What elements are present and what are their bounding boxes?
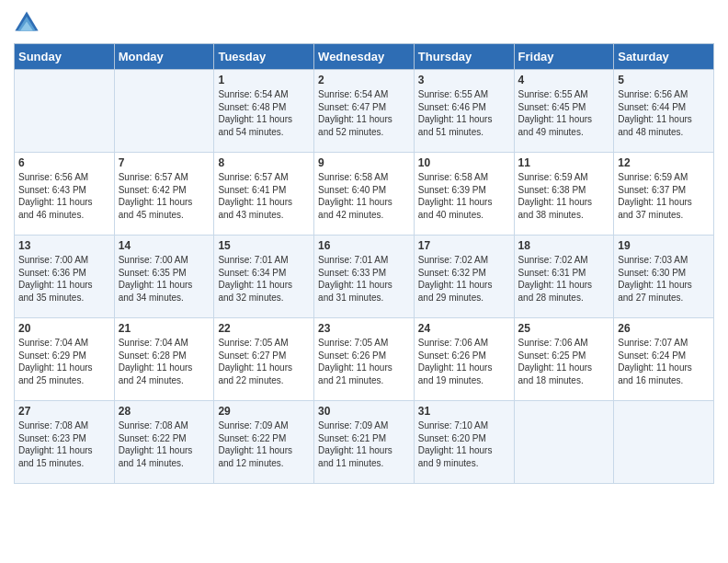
calendar-cell: 19Sunrise: 7:03 AMSunset: 6:30 PMDayligh…	[614, 236, 714, 318]
calendar-cell: 1Sunrise: 6:54 AMSunset: 6:48 PMDaylight…	[214, 70, 314, 153]
calendar-week-4: 20Sunrise: 7:04 AMSunset: 6:29 PMDayligh…	[15, 318, 714, 401]
calendar-cell: 17Sunrise: 7:02 AMSunset: 6:32 PMDayligh…	[414, 236, 514, 318]
cell-content: Sunrise: 7:05 AMSunset: 6:27 PMDaylight:…	[218, 337, 310, 386]
cell-content: Sunrise: 6:54 AMSunset: 6:48 PMDaylight:…	[218, 88, 310, 138]
cell-content: Sunrise: 6:58 AMSunset: 6:39 PMDaylight:…	[418, 171, 510, 221]
day-number: 3	[418, 74, 510, 86]
day-number: 2	[318, 74, 410, 86]
cell-content: Sunrise: 7:01 AMSunset: 6:34 PMDaylight:…	[218, 254, 310, 304]
cell-content: Sunrise: 7:00 AMSunset: 6:35 PMDaylight:…	[119, 254, 210, 304]
cell-content: Sunrise: 7:09 AMSunset: 6:22 PMDaylight:…	[218, 419, 310, 469]
cell-content: Sunrise: 7:10 AMSunset: 6:20 PMDaylight:…	[418, 419, 510, 469]
calendar-cell: 11Sunrise: 6:59 AMSunset: 6:38 PMDayligh…	[514, 153, 614, 236]
logo-icon	[14, 10, 40, 36]
day-number: 24	[418, 322, 510, 335]
cell-content: Sunrise: 6:59 AMSunset: 6:38 PMDaylight:…	[518, 171, 610, 221]
calendar-cell: 3Sunrise: 6:55 AMSunset: 6:46 PMDaylight…	[414, 70, 514, 153]
day-number: 29	[218, 405, 310, 418]
calendar-week-3: 13Sunrise: 7:00 AMSunset: 6:36 PMDayligh…	[15, 236, 714, 318]
cell-content: Sunrise: 6:55 AMSunset: 6:46 PMDaylight:…	[418, 88, 510, 138]
calendar-cell: 10Sunrise: 6:58 AMSunset: 6:39 PMDayligh…	[414, 153, 514, 236]
calendar-cell: 27Sunrise: 7:08 AMSunset: 6:23 PMDayligh…	[15, 401, 115, 484]
calendar-header: SundayMondayTuesdayWednesdayThursdayFrid…	[15, 44, 714, 70]
calendar-cell: 28Sunrise: 7:08 AMSunset: 6:22 PMDayligh…	[114, 401, 214, 484]
cell-content: Sunrise: 6:55 AMSunset: 6:45 PMDaylight:…	[518, 88, 610, 138]
day-number: 28	[119, 405, 210, 418]
calendar-cell: 16Sunrise: 7:01 AMSunset: 6:33 PMDayligh…	[314, 236, 415, 318]
cell-content: Sunrise: 7:02 AMSunset: 6:31 PMDaylight:…	[518, 254, 610, 304]
day-number: 21	[119, 322, 210, 335]
header-cell-sunday: Sunday	[15, 44, 115, 70]
calendar-cell: 2Sunrise: 6:54 AMSunset: 6:47 PMDaylight…	[314, 70, 415, 153]
calendar-cell: 9Sunrise: 6:58 AMSunset: 6:40 PMDaylight…	[314, 153, 415, 236]
cell-content: Sunrise: 6:57 AMSunset: 6:41 PMDaylight:…	[218, 171, 310, 221]
calendar-cell: 6Sunrise: 6:56 AMSunset: 6:43 PMDaylight…	[15, 153, 115, 236]
header-cell-tuesday: Tuesday	[214, 44, 314, 70]
header	[14, 9, 714, 36]
calendar-cell: 23Sunrise: 7:05 AMSunset: 6:26 PMDayligh…	[314, 318, 415, 401]
cell-content: Sunrise: 7:06 AMSunset: 6:25 PMDaylight:…	[518, 337, 610, 386]
calendar-cell: 21Sunrise: 7:04 AMSunset: 6:28 PMDayligh…	[114, 318, 214, 401]
header-row: SundayMondayTuesdayWednesdayThursdayFrid…	[15, 44, 714, 70]
calendar-cell: 24Sunrise: 7:06 AMSunset: 6:26 PMDayligh…	[414, 318, 514, 401]
day-number: 12	[618, 156, 710, 169]
day-number: 20	[18, 322, 110, 335]
day-number: 11	[518, 156, 610, 169]
day-number: 8	[218, 156, 310, 169]
calendar-cell: 4Sunrise: 6:55 AMSunset: 6:45 PMDaylight…	[514, 70, 614, 153]
cell-content: Sunrise: 7:08 AMSunset: 6:22 PMDaylight:…	[119, 419, 210, 469]
cell-content: Sunrise: 7:02 AMSunset: 6:32 PMDaylight:…	[418, 254, 510, 304]
cell-content: Sunrise: 7:09 AMSunset: 6:21 PMDaylight:…	[318, 419, 410, 469]
day-number: 31	[418, 405, 510, 418]
calendar-cell: 20Sunrise: 7:04 AMSunset: 6:29 PMDayligh…	[15, 318, 115, 401]
calendar-cell: 22Sunrise: 7:05 AMSunset: 6:27 PMDayligh…	[214, 318, 314, 401]
cell-content: Sunrise: 6:56 AMSunset: 6:44 PMDaylight:…	[618, 88, 710, 138]
cell-content: Sunrise: 7:05 AMSunset: 6:26 PMDaylight:…	[318, 337, 410, 386]
calendar-cell: 12Sunrise: 6:59 AMSunset: 6:37 PMDayligh…	[614, 153, 714, 236]
page-container: SundayMondayTuesdayWednesdayThursdayFrid…	[0, 0, 728, 493]
calendar-cell: 5Sunrise: 6:56 AMSunset: 6:44 PMDaylight…	[614, 70, 714, 153]
calendar-cell: 29Sunrise: 7:09 AMSunset: 6:22 PMDayligh…	[214, 401, 314, 484]
header-cell-wednesday: Wednesday	[314, 44, 415, 70]
calendar-cell: 15Sunrise: 7:01 AMSunset: 6:34 PMDayligh…	[214, 236, 314, 318]
cell-content: Sunrise: 7:00 AMSunset: 6:36 PMDaylight:…	[18, 254, 110, 304]
day-number: 15	[218, 239, 310, 252]
calendar-week-1: 1Sunrise: 6:54 AMSunset: 6:48 PMDaylight…	[15, 70, 714, 153]
day-number: 25	[518, 322, 610, 335]
calendar-cell	[114, 70, 214, 153]
cell-content: Sunrise: 7:07 AMSunset: 6:24 PMDaylight:…	[618, 337, 710, 386]
calendar-cell	[15, 70, 115, 153]
cell-content: Sunrise: 7:08 AMSunset: 6:23 PMDaylight:…	[18, 419, 110, 469]
day-number: 26	[618, 322, 710, 335]
calendar-cell: 18Sunrise: 7:02 AMSunset: 6:31 PMDayligh…	[514, 236, 614, 318]
day-number: 30	[318, 405, 410, 418]
calendar-cell: 13Sunrise: 7:00 AMSunset: 6:36 PMDayligh…	[15, 236, 115, 318]
cell-content: Sunrise: 7:01 AMSunset: 6:33 PMDaylight:…	[318, 254, 410, 304]
cell-content: Sunrise: 6:57 AMSunset: 6:42 PMDaylight:…	[119, 171, 210, 221]
header-cell-thursday: Thursday	[414, 44, 514, 70]
calendar-cell: 31Sunrise: 7:10 AMSunset: 6:20 PMDayligh…	[414, 401, 514, 484]
day-number: 9	[318, 156, 410, 169]
calendar-cell: 30Sunrise: 7:09 AMSunset: 6:21 PMDayligh…	[314, 401, 415, 484]
day-number: 22	[218, 322, 310, 335]
cell-content: Sunrise: 7:03 AMSunset: 6:30 PMDaylight:…	[618, 254, 710, 304]
cell-content: Sunrise: 6:54 AMSunset: 6:47 PMDaylight:…	[318, 88, 410, 138]
cell-content: Sunrise: 6:59 AMSunset: 6:37 PMDaylight:…	[618, 171, 710, 221]
day-number: 7	[119, 156, 210, 169]
logo	[14, 14, 41, 36]
header-cell-friday: Friday	[514, 44, 614, 70]
day-number: 23	[318, 322, 410, 335]
day-number: 17	[418, 239, 510, 252]
day-number: 18	[518, 239, 610, 252]
cell-content: Sunrise: 7:04 AMSunset: 6:29 PMDaylight:…	[18, 337, 110, 386]
calendar-table: SundayMondayTuesdayWednesdayThursdayFrid…	[14, 43, 714, 484]
cell-content: Sunrise: 7:06 AMSunset: 6:26 PMDaylight:…	[418, 337, 510, 386]
calendar-cell: 26Sunrise: 7:07 AMSunset: 6:24 PMDayligh…	[614, 318, 714, 401]
calendar-cell: 7Sunrise: 6:57 AMSunset: 6:42 PMDaylight…	[114, 153, 214, 236]
cell-content: Sunrise: 6:56 AMSunset: 6:43 PMDaylight:…	[18, 171, 110, 221]
day-number: 19	[618, 239, 710, 252]
day-number: 4	[518, 74, 610, 86]
header-cell-monday: Monday	[114, 44, 214, 70]
calendar-cell	[514, 401, 614, 484]
calendar-body: 1Sunrise: 6:54 AMSunset: 6:48 PMDaylight…	[15, 70, 714, 484]
